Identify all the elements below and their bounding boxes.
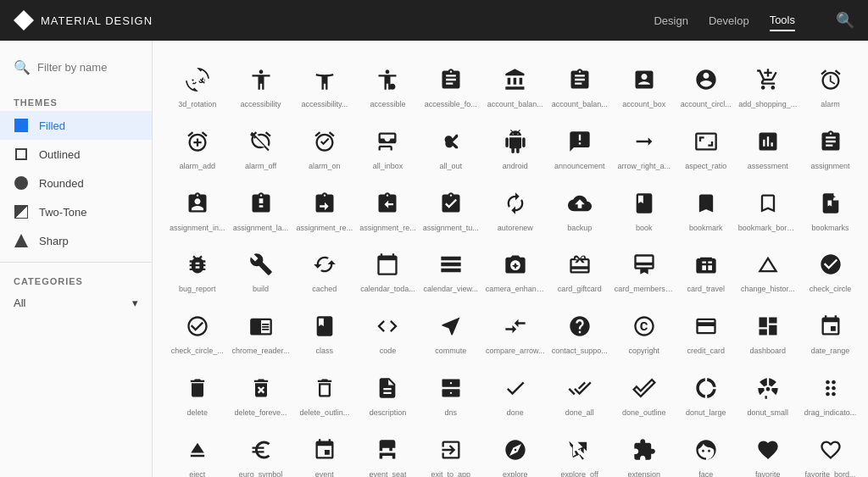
icon-cell[interactable]: camera_enhanc...	[482, 239, 548, 301]
icon-cell[interactable]: dashboard	[735, 301, 801, 363]
icon-cell[interactable]: alarm	[801, 54, 860, 116]
icon-image	[372, 311, 403, 341]
icon-cell[interactable]: assessment	[735, 116, 801, 178]
icon-cell[interactable]: accessible_fo...	[420, 54, 482, 116]
icon-cell[interactable]: aspect_ratio	[677, 116, 735, 178]
icon-cell[interactable]: accessibility...	[293, 54, 357, 116]
icon-cell[interactable]: done_all	[548, 363, 611, 424]
icon-image	[565, 188, 595, 219]
search-icon[interactable]: 🔍	[836, 11, 854, 30]
icon-cell[interactable]: accessibility	[229, 54, 293, 116]
icon-image	[182, 249, 213, 280]
icon-image	[629, 435, 659, 465]
icon-cell[interactable]: add_shopping_...	[735, 54, 801, 116]
icon-cell[interactable]: assignment_in...	[166, 178, 229, 240]
icon-label: dashboard	[750, 347, 787, 356]
icon-cell[interactable]: explore	[482, 424, 548, 477]
icon-cell[interactable]: favorite_bord...	[801, 424, 860, 477]
icon-cell[interactable]: android	[482, 116, 548, 178]
icon-cell[interactable]: event	[293, 424, 357, 477]
icon-cell[interactable]: drag_indicato...	[801, 363, 860, 424]
theme-twotone[interactable]: Two-Tone	[0, 197, 152, 226]
icon-cell[interactable]: event_seat	[356, 424, 420, 477]
icon-cell[interactable]: description	[356, 363, 420, 424]
icon-cell[interactable]: cached	[293, 239, 357, 301]
theme-sharp[interactable]: Sharp	[0, 226, 152, 255]
icon-cell[interactable]: alarm_add	[166, 116, 229, 178]
category-select[interactable]: All ▾	[0, 290, 152, 316]
nav-develop[interactable]: Develop	[709, 11, 749, 31]
icon-cell[interactable]: change_histor...	[735, 239, 801, 301]
icon-cell[interactable]: arrow_right_a...	[611, 116, 677, 178]
icon-cell[interactable]: bookmarks	[801, 178, 860, 240]
icon-cell[interactable]: eject	[166, 424, 229, 477]
theme-filled[interactable]: Filled	[0, 111, 152, 140]
icon-cell[interactable]: card_giftcard	[548, 239, 611, 301]
icon-cell[interactable]: face	[677, 424, 735, 477]
icon-cell[interactable]: card_travel	[677, 239, 735, 301]
icon-cell[interactable]: bookmark	[677, 178, 735, 240]
icon-cell[interactable]: done_outline	[611, 363, 677, 424]
icon-cell[interactable]: assignment_re...	[293, 178, 357, 240]
icon-cell[interactable]: donut_small	[735, 363, 801, 424]
icon-cell[interactable]: all_out	[420, 116, 482, 178]
icon-cell[interactable]: card_membersh...	[611, 239, 677, 301]
icon-cell[interactable]: donut_large	[677, 363, 735, 424]
icon-cell[interactable]: announcement	[548, 116, 611, 178]
icon-cell[interactable]: done	[482, 363, 548, 424]
icon-cell[interactable]: date_range	[801, 301, 860, 363]
icon-cell[interactable]: contact_suppo...	[548, 301, 611, 363]
icon-cell[interactable]: compare_arrow...	[482, 301, 548, 363]
icon-cell[interactable]: account_balan...	[482, 54, 548, 116]
icon-cell[interactable]: exit_to_app	[420, 424, 482, 477]
icon-cell[interactable]: assignment_la...	[229, 178, 293, 240]
icon-cell[interactable]: credit_card	[677, 301, 735, 363]
icon-cell[interactable]: autorenew	[482, 178, 548, 240]
icon-image	[372, 64, 403, 95]
theme-outlined[interactable]: Outlined	[0, 140, 152, 169]
theme-rounded[interactable]: Rounded	[0, 169, 152, 197]
icon-cell[interactable]: all_inbox	[356, 116, 420, 178]
icon-cell[interactable]: delete_outlin...	[293, 363, 357, 424]
nav-tools[interactable]: Tools	[770, 10, 795, 31]
icon-cell[interactable]: calendar_toda...	[356, 239, 420, 301]
icon-cell[interactable]: book	[611, 178, 677, 240]
icon-cell[interactable]: check_circle	[801, 239, 860, 301]
icon-cell[interactable]: bookmark_bord...	[735, 178, 801, 240]
icon-cell[interactable]: delete	[166, 363, 229, 424]
filter-input[interactable]	[37, 61, 138, 74]
icon-cell[interactable]: account_circl...	[677, 54, 735, 116]
search-bar[interactable]: 🔍	[0, 54, 152, 80]
icon-label: description	[370, 408, 407, 418]
icon-cell[interactable]: chrome_reader...	[229, 301, 293, 363]
icon-cell[interactable]: build	[229, 239, 293, 301]
icon-cell[interactable]: alarm_off	[229, 116, 293, 178]
icon-cell[interactable]: class	[293, 301, 357, 363]
icon-cell[interactable]: account_balan...	[548, 54, 611, 116]
icon-cell[interactable]: check_circle_...	[166, 301, 229, 363]
icon-cell[interactable]: commute	[420, 301, 482, 363]
icon-cell[interactable]: delete_foreve...	[229, 363, 293, 424]
icon-cell[interactable]: assignment	[801, 116, 860, 178]
icon-cell[interactable]: alarm_on	[293, 116, 357, 178]
icon-cell[interactable]: calendar_view...	[420, 239, 482, 301]
icon-cell[interactable]: account_box	[611, 54, 677, 116]
icon-cell[interactable]: code	[356, 301, 420, 363]
icon-cell[interactable]: euro_symbol	[229, 424, 293, 477]
icon-cell[interactable]: accessible	[356, 54, 420, 116]
icon-cell[interactable]: extension	[611, 424, 677, 477]
icon-cell[interactable]: 3d_rotation	[166, 54, 229, 116]
icon-cell[interactable]: favorite	[735, 424, 801, 477]
nav-design[interactable]: Design	[654, 11, 687, 31]
icon-label: alarm	[821, 100, 840, 109]
icon-cell[interactable]: assignment_re...	[356, 178, 420, 240]
icon-cell[interactable]: copyright	[611, 301, 677, 363]
icon-cell[interactable]: assignment_tu...	[420, 178, 482, 240]
icon-label: accessible	[370, 100, 405, 109]
icon-image	[182, 126, 213, 157]
icon-cell[interactable]: dns	[420, 363, 482, 424]
icon-cell[interactable]: bug_report	[166, 239, 229, 301]
icon-cell[interactable]: explore_off	[548, 424, 611, 477]
icon-image	[691, 126, 721, 157]
icon-cell[interactable]: backup	[548, 178, 611, 240]
